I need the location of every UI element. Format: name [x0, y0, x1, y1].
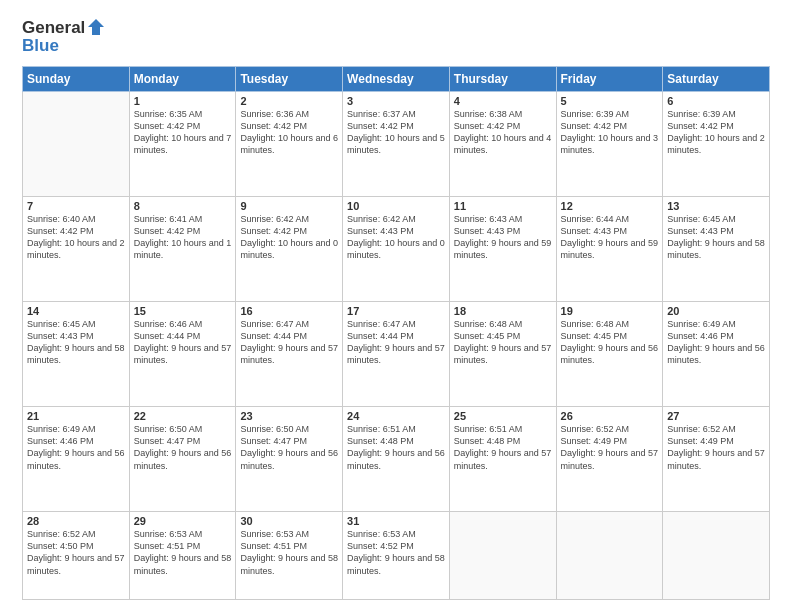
calendar-table: SundayMondayTuesdayWednesdayThursdayFrid… [22, 66, 770, 600]
logo: General Blue [22, 18, 106, 56]
day-number: 19 [561, 305, 659, 317]
calendar-cell: 19 Sunrise: 6:48 AMSunset: 4:45 PMDaylig… [556, 302, 663, 407]
calendar-cell: 2 Sunrise: 6:36 AMSunset: 4:42 PMDayligh… [236, 92, 343, 197]
day-info: Sunrise: 6:48 AMSunset: 4:45 PMDaylight:… [561, 319, 659, 365]
day-info: Sunrise: 6:50 AMSunset: 4:47 PMDaylight:… [134, 424, 232, 470]
day-number: 8 [134, 200, 232, 212]
day-number: 13 [667, 200, 765, 212]
day-info: Sunrise: 6:48 AMSunset: 4:45 PMDaylight:… [454, 319, 552, 365]
weekday-header-monday: Monday [129, 67, 236, 92]
calendar-cell [663, 512, 770, 600]
day-info: Sunrise: 6:45 AMSunset: 4:43 PMDaylight:… [27, 319, 125, 365]
weekday-header-sunday: Sunday [23, 67, 130, 92]
day-number: 14 [27, 305, 125, 317]
day-number: 15 [134, 305, 232, 317]
day-info: Sunrise: 6:46 AMSunset: 4:44 PMDaylight:… [134, 319, 232, 365]
calendar-cell: 15 Sunrise: 6:46 AMSunset: 4:44 PMDaylig… [129, 302, 236, 407]
day-number: 21 [27, 410, 125, 422]
calendar-cell: 27 Sunrise: 6:52 AMSunset: 4:49 PMDaylig… [663, 407, 770, 512]
day-number: 25 [454, 410, 552, 422]
day-number: 30 [240, 515, 338, 527]
day-number: 4 [454, 95, 552, 107]
day-info: Sunrise: 6:49 AMSunset: 4:46 PMDaylight:… [667, 319, 765, 365]
calendar-cell: 29 Sunrise: 6:53 AMSunset: 4:51 PMDaylig… [129, 512, 236, 600]
calendar-cell: 8 Sunrise: 6:41 AMSunset: 4:42 PMDayligh… [129, 197, 236, 302]
calendar-cell: 21 Sunrise: 6:49 AMSunset: 4:46 PMDaylig… [23, 407, 130, 512]
calendar-cell: 1 Sunrise: 6:35 AMSunset: 4:42 PMDayligh… [129, 92, 236, 197]
day-number: 18 [454, 305, 552, 317]
day-number: 17 [347, 305, 445, 317]
day-number: 12 [561, 200, 659, 212]
calendar-cell: 10 Sunrise: 6:42 AMSunset: 4:43 PMDaylig… [343, 197, 450, 302]
weekday-header-row: SundayMondayTuesdayWednesdayThursdayFrid… [23, 67, 770, 92]
svg-marker-0 [88, 19, 104, 35]
calendar-cell: 14 Sunrise: 6:45 AMSunset: 4:43 PMDaylig… [23, 302, 130, 407]
day-info: Sunrise: 6:42 AMSunset: 4:43 PMDaylight:… [347, 214, 445, 260]
calendar-cell [23, 92, 130, 197]
calendar-cell: 28 Sunrise: 6:52 AMSunset: 4:50 PMDaylig… [23, 512, 130, 600]
day-info: Sunrise: 6:40 AMSunset: 4:42 PMDaylight:… [27, 214, 125, 260]
day-number: 26 [561, 410, 659, 422]
day-number: 22 [134, 410, 232, 422]
weekday-header-friday: Friday [556, 67, 663, 92]
day-info: Sunrise: 6:45 AMSunset: 4:43 PMDaylight:… [667, 214, 765, 260]
page: General Blue SundayMondayTuesdayWednesda… [0, 0, 792, 612]
calendar-cell: 17 Sunrise: 6:47 AMSunset: 4:44 PMDaylig… [343, 302, 450, 407]
calendar-cell: 25 Sunrise: 6:51 AMSunset: 4:48 PMDaylig… [449, 407, 556, 512]
day-number: 23 [240, 410, 338, 422]
weekday-header-tuesday: Tuesday [236, 67, 343, 92]
calendar-cell: 20 Sunrise: 6:49 AMSunset: 4:46 PMDaylig… [663, 302, 770, 407]
day-number: 20 [667, 305, 765, 317]
calendar-cell [449, 512, 556, 600]
weekday-header-thursday: Thursday [449, 67, 556, 92]
calendar-cell: 24 Sunrise: 6:51 AMSunset: 4:48 PMDaylig… [343, 407, 450, 512]
day-number: 27 [667, 410, 765, 422]
day-info: Sunrise: 6:37 AMSunset: 4:42 PMDaylight:… [347, 109, 445, 155]
calendar-cell: 11 Sunrise: 6:43 AMSunset: 4:43 PMDaylig… [449, 197, 556, 302]
logo-icon [86, 17, 106, 37]
day-info: Sunrise: 6:35 AMSunset: 4:42 PMDaylight:… [134, 109, 232, 155]
calendar-cell: 12 Sunrise: 6:44 AMSunset: 4:43 PMDaylig… [556, 197, 663, 302]
calendar-cell: 9 Sunrise: 6:42 AMSunset: 4:42 PMDayligh… [236, 197, 343, 302]
weekday-header-saturday: Saturday [663, 67, 770, 92]
calendar-cell: 31 Sunrise: 6:53 AMSunset: 4:52 PMDaylig… [343, 512, 450, 600]
calendar-cell: 30 Sunrise: 6:53 AMSunset: 4:51 PMDaylig… [236, 512, 343, 600]
day-info: Sunrise: 6:47 AMSunset: 4:44 PMDaylight:… [240, 319, 338, 365]
calendar-cell: 13 Sunrise: 6:45 AMSunset: 4:43 PMDaylig… [663, 197, 770, 302]
calendar-cell: 16 Sunrise: 6:47 AMSunset: 4:44 PMDaylig… [236, 302, 343, 407]
day-number: 7 [27, 200, 125, 212]
calendar-cell: 18 Sunrise: 6:48 AMSunset: 4:45 PMDaylig… [449, 302, 556, 407]
day-number: 6 [667, 95, 765, 107]
day-number: 29 [134, 515, 232, 527]
day-number: 5 [561, 95, 659, 107]
calendar-cell: 4 Sunrise: 6:38 AMSunset: 4:42 PMDayligh… [449, 92, 556, 197]
day-info: Sunrise: 6:49 AMSunset: 4:46 PMDaylight:… [27, 424, 125, 470]
calendar-cell: 5 Sunrise: 6:39 AMSunset: 4:42 PMDayligh… [556, 92, 663, 197]
day-info: Sunrise: 6:51 AMSunset: 4:48 PMDaylight:… [347, 424, 445, 470]
day-info: Sunrise: 6:39 AMSunset: 4:42 PMDaylight:… [561, 109, 659, 155]
day-info: Sunrise: 6:42 AMSunset: 4:42 PMDaylight:… [240, 214, 338, 260]
calendar-cell: 3 Sunrise: 6:37 AMSunset: 4:42 PMDayligh… [343, 92, 450, 197]
day-number: 11 [454, 200, 552, 212]
day-number: 24 [347, 410, 445, 422]
calendar-cell: 26 Sunrise: 6:52 AMSunset: 4:49 PMDaylig… [556, 407, 663, 512]
day-number: 31 [347, 515, 445, 527]
day-info: Sunrise: 6:39 AMSunset: 4:42 PMDaylight:… [667, 109, 765, 155]
header: General Blue [22, 18, 770, 56]
day-info: Sunrise: 6:44 AMSunset: 4:43 PMDaylight:… [561, 214, 659, 260]
day-info: Sunrise: 6:52 AMSunset: 4:49 PMDaylight:… [561, 424, 659, 470]
day-number: 16 [240, 305, 338, 317]
calendar-cell: 23 Sunrise: 6:50 AMSunset: 4:47 PMDaylig… [236, 407, 343, 512]
calendar-cell: 22 Sunrise: 6:50 AMSunset: 4:47 PMDaylig… [129, 407, 236, 512]
day-info: Sunrise: 6:52 AMSunset: 4:50 PMDaylight:… [27, 529, 125, 575]
day-info: Sunrise: 6:43 AMSunset: 4:43 PMDaylight:… [454, 214, 552, 260]
day-info: Sunrise: 6:52 AMSunset: 4:49 PMDaylight:… [667, 424, 765, 470]
day-info: Sunrise: 6:50 AMSunset: 4:47 PMDaylight:… [240, 424, 338, 470]
day-info: Sunrise: 6:53 AMSunset: 4:52 PMDaylight:… [347, 529, 445, 575]
logo-text: General [22, 18, 85, 38]
day-number: 10 [347, 200, 445, 212]
day-number: 9 [240, 200, 338, 212]
day-number: 3 [347, 95, 445, 107]
day-info: Sunrise: 6:53 AMSunset: 4:51 PMDaylight:… [134, 529, 232, 575]
day-number: 1 [134, 95, 232, 107]
